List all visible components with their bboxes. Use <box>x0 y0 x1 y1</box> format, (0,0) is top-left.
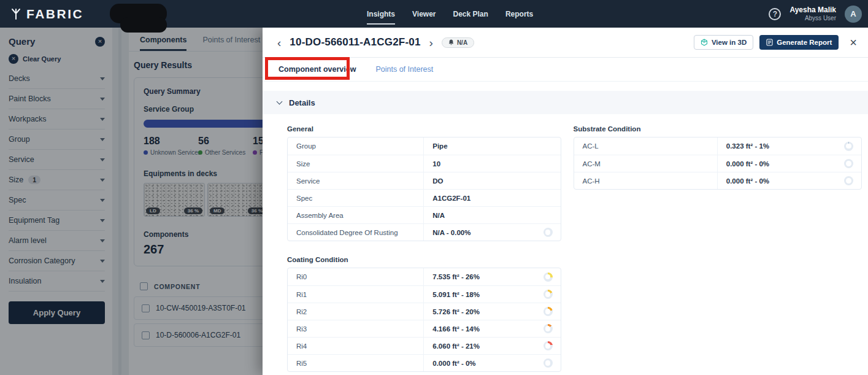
coating-ring-indicator <box>543 324 553 333</box>
nav-tab-insights[interactable]: Insights <box>367 0 395 28</box>
substrate-ring-indicator <box>844 176 853 185</box>
table-row: Ri2 5.726 ft² - 20% <box>288 303 561 320</box>
table-row: Ri4 6.060 ft² - 21% <box>288 337 561 354</box>
table-row: Ri5 0.000 ft² - 0% <box>288 354 561 371</box>
table-row: AC-H 0.000 ft² - 0% <box>574 172 861 189</box>
table-row: Service DO <box>288 172 561 189</box>
close-panel-icon[interactable]: × <box>850 36 857 48</box>
brand-logo: FABRIC <box>0 7 83 21</box>
general-table: Group Pipe Size 10 Service DO Spec A1CG2… <box>287 137 561 241</box>
primary-nav: Insights Viewer Deck Plan Reports <box>367 0 533 28</box>
coating-ring-indicator <box>543 307 553 316</box>
brand-name: FABRIC <box>26 7 83 21</box>
component-detail-panel: ‹ 10-DO-566011-A1CG2F-01 › N/A View in 3… <box>263 28 868 375</box>
table-row: Assembly Area N/A <box>288 206 561 223</box>
generate-report-button[interactable]: Generate Report <box>759 35 839 50</box>
coating-ring-indicator <box>543 341 553 350</box>
coating-ring-indicator <box>543 290 553 299</box>
table-row: Spec A1CG2F-01 <box>288 189 561 206</box>
coating-ring-indicator <box>543 273 553 282</box>
workspace: Query × × Clear Query Decks Paint Blocks… <box>0 28 868 375</box>
table-row: Ri1 5.091 ft² - 18% <box>288 285 561 303</box>
general-section-title: General <box>287 125 561 133</box>
component-title: 10-DO-566011-A1CG2F-01 <box>290 36 420 48</box>
tab-detail-points-of-interest[interactable]: Points of Interest <box>375 65 433 74</box>
detail-tab-bar: Component overview Points of Interest <box>263 58 868 82</box>
coating-ring-indicator <box>543 358 553 368</box>
table-row: Group Pipe <box>288 137 561 155</box>
help-icon[interactable]: ? <box>769 8 781 20</box>
nav-tab-deck-plan[interactable]: Deck Plan <box>453 0 488 28</box>
nav-tab-viewer[interactable]: Viewer <box>412 0 436 28</box>
details-section-header[interactable]: Details <box>263 91 868 114</box>
annotation-highlight-box <box>265 57 350 80</box>
next-component-icon[interactable]: › <box>427 37 436 48</box>
cube-3d-icon <box>701 39 708 46</box>
user-block[interactable]: Ayesha Malik Abyss User <box>789 6 836 21</box>
alarm-badge: N/A <box>442 37 474 48</box>
substrate-condition-table: AC-L 0.323 ft² - 1% AC-M 0.000 ft² - 0% … <box>574 137 862 190</box>
table-row: Ri3 4.166 ft² - 14% <box>288 320 561 337</box>
table-row: AC-L 0.323 ft² - 1% <box>574 137 861 155</box>
details-section-title: Details <box>289 98 315 107</box>
chevron-down-icon <box>277 98 283 104</box>
bell-icon <box>448 39 454 45</box>
user-name: Ayesha Malik <box>789 6 836 14</box>
redaction-blob <box>120 17 167 33</box>
report-document-icon <box>766 39 773 46</box>
view-in-3d-button[interactable]: View in 3D <box>694 35 753 50</box>
table-row: Size 10 <box>288 155 561 172</box>
navbar-right: ? Ayesha Malik Abyss User A <box>769 0 862 28</box>
rust-ring-indicator <box>543 228 553 237</box>
avatar[interactable]: A <box>845 6 862 23</box>
coating-condition-title: Coating Condition <box>287 256 561 263</box>
coating-condition-table: Ri0 7.535 ft² - 26% Ri1 5.091 ft² - 18% … <box>287 268 561 372</box>
substrate-ring-indicator <box>844 159 853 168</box>
substrate-ring-indicator <box>844 142 853 151</box>
table-row: AC-M 0.000 ft² - 0% <box>574 155 861 172</box>
previous-component-icon[interactable]: ‹ <box>275 37 283 48</box>
substrate-condition-title: Substrate Condition <box>574 125 862 133</box>
table-row: Ri0 7.535 ft² - 26% <box>288 268 561 285</box>
user-role: Abyss User <box>789 15 836 22</box>
nav-tab-reports[interactable]: Reports <box>505 0 533 28</box>
detail-header: ‹ 10-DO-566011-A1CG2F-01 › N/A View in 3… <box>263 28 868 58</box>
table-row: Consolidated Degree Of Rusting N/A - 0.0… <box>288 223 561 241</box>
fabric-trident-icon <box>10 8 22 20</box>
